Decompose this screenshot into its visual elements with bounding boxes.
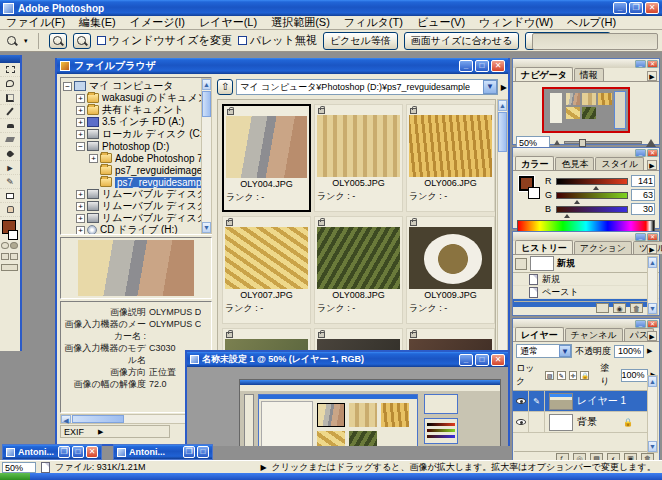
menu-item-1[interactable]: 編集(E) — [79, 15, 116, 30]
menu-item-4[interactable]: 選択範囲(S) — [271, 15, 330, 30]
fb-minimize-button[interactable]: _ — [459, 60, 473, 72]
status-flyout-icon[interactable]: ▶ — [260, 463, 266, 472]
doc-minimize-button[interactable]: _ — [459, 354, 473, 366]
blur-tool-icon[interactable] — [0, 147, 20, 161]
tab-1[interactable]: アクション — [574, 241, 632, 254]
hand-tool-icon[interactable] — [0, 203, 20, 217]
channel-slider[interactable] — [556, 192, 628, 199]
thumbnail-OLY006.JPG[interactable]: OLY006.JPGランク : - — [406, 104, 495, 212]
min2-maximize-button[interactable]: □ — [197, 446, 209, 458]
marquee-tool-icon[interactable] — [0, 63, 20, 77]
channel-value-input[interactable] — [631, 175, 655, 187]
path-dropdown-icon[interactable]: ▼ — [483, 80, 497, 94]
menu-item-7[interactable]: ウィンドウ(W) — [479, 15, 553, 30]
layer-name[interactable]: レイヤー 1 — [577, 394, 626, 408]
channel-slider[interactable] — [556, 178, 628, 185]
doc-maximize-button[interactable]: □ — [475, 354, 489, 366]
nav-close-icon[interactable]: ✕ — [647, 60, 658, 68]
history-scrollbar[interactable]: ▲ ▼ — [647, 256, 658, 315]
doc-close-button[interactable]: ✕ — [491, 354, 505, 366]
lasso-tool-icon[interactable] — [0, 77, 20, 91]
navigator-zoom-slider[interactable] — [564, 141, 642, 144]
active-layer-brush-icon[interactable] — [529, 412, 545, 433]
min1-restore-button[interactable]: ❐ — [58, 446, 70, 458]
thumbnail-rank[interactable]: ランク : - — [226, 191, 307, 203]
thumbnail-rank[interactable]: ランク : - — [317, 302, 400, 314]
thumbnail-rank[interactable]: ランク : - — [409, 302, 492, 314]
lock-all-icon[interactable]: 🔒 — [580, 371, 589, 380]
blend-mode-select[interactable]: 通常 ▼ — [516, 344, 572, 358]
tree-expander-icon[interactable]: + — [76, 94, 85, 103]
navigator-proxy-view[interactable] — [542, 87, 630, 133]
layer-thumbnail[interactable] — [549, 393, 573, 410]
channel-value-input[interactable] — [631, 189, 655, 201]
tree-expander-icon[interactable]: + — [76, 202, 85, 211]
history-item-1[interactable]: ペースト — [513, 286, 659, 299]
zoom-out-small-icon[interactable] — [554, 140, 560, 145]
status-zoom-input[interactable]: 50% — [2, 462, 36, 473]
clone-stamp-tool-icon[interactable] — [0, 119, 20, 133]
color-close-icon[interactable]: ✕ — [647, 149, 658, 157]
tab-1[interactable]: 色見本 — [555, 157, 594, 170]
crop-tool-icon[interactable] — [0, 91, 20, 105]
actual-pixels-button[interactable]: ピクセル等倍 — [323, 32, 398, 50]
zoom-out-button[interactable] — [73, 33, 91, 49]
thumbnail-OLY008.JPG[interactable]: OLY008.JPGランク : - — [314, 216, 403, 324]
tree-item-12[interactable]: +CD ドライブ (H:) — [63, 224, 211, 235]
quick-mask-buttons[interactable] — [0, 240, 20, 251]
tree-item-7[interactable]: ps7_revguideimages — [63, 164, 211, 176]
tab-1[interactable]: 情報 — [574, 68, 604, 81]
tree-expander-icon[interactable]: + — [76, 106, 85, 115]
tree-expander-icon[interactable]: + — [76, 226, 85, 235]
tool-preset-arrow-icon[interactable]: ▾ — [24, 37, 28, 45]
background-swatch[interactable] — [528, 187, 540, 199]
new-document-from-state-icon[interactable] — [596, 303, 609, 313]
visibility-eye-icon[interactable] — [513, 391, 529, 412]
minimize-button[interactable]: _ — [613, 2, 627, 14]
document-titlebar[interactable]: 名称未設定 1 @ 50% (レイヤー 1, RGB) _ □ ✕ — [187, 352, 508, 367]
tree-expander-icon[interactable]: + — [76, 190, 85, 199]
thumbnail-rank[interactable]: ランク : - — [317, 190, 400, 202]
document-canvas[interactable] — [187, 367, 508, 446]
close-button[interactable]: ✕ — [645, 2, 659, 14]
windows-taskbar[interactable] — [0, 473, 662, 480]
thumbnail-OLY004.JPG[interactable]: OLY004.JPGランク : - — [222, 104, 311, 212]
tree-expander-icon[interactable]: + — [76, 214, 85, 223]
min1-close-button[interactable]: ✕ — [86, 446, 98, 458]
menu-item-8[interactable]: ヘルプ(H) — [567, 15, 616, 30]
thumbnail-rank[interactable]: ランク : - — [225, 302, 308, 314]
thumbnail-rank[interactable]: ランク : - — [409, 190, 492, 202]
nav-minimize-icon[interactable]: _ — [635, 60, 646, 68]
layer-row-0[interactable]: ✎レイヤー 1 — [513, 391, 647, 412]
blend-dropdown-icon[interactable]: ▼ — [559, 345, 571, 357]
tree-item-4[interactable]: +ローカル ディスク (C:) — [63, 128, 211, 140]
background-color-swatch[interactable] — [8, 230, 18, 240]
tab-2[interactable]: スタイル — [595, 157, 644, 170]
color-minimize-icon[interactable]: _ — [635, 149, 646, 157]
lock-position-icon[interactable]: ✛ — [569, 371, 578, 380]
thumbnail-OLY009.JPG[interactable]: OLY009.JPGランク : - — [406, 216, 495, 324]
browser-flyout-icon[interactable]: ▶ — [501, 83, 507, 92]
menu-item-5[interactable]: フィルタ(T) — [344, 15, 403, 30]
toolbox-titlebar[interactable] — [0, 55, 20, 63]
layer-row-1[interactable]: 背景🔒 — [513, 412, 647, 433]
tree-item-6[interactable]: +Adobe Photoshop 7.0 — [63, 152, 211, 164]
ignore-palettes-checkbox[interactable]: パレット無視 — [238, 33, 317, 48]
tab-0[interactable]: レイヤー — [515, 327, 564, 341]
tree-scrollbar[interactable]: ▲ ▼ — [201, 78, 212, 234]
visibility-eye-icon[interactable] — [513, 412, 529, 433]
tree-expander-icon[interactable]: + — [89, 154, 98, 163]
minimized-window-2[interactable]: Antoni... ❐ □ — [113, 444, 213, 460]
palette-flyout-icon[interactable]: ▶ — [647, 71, 657, 81]
zoom-in-large-icon[interactable] — [646, 139, 656, 147]
tab-0[interactable]: カラー — [515, 156, 554, 170]
menu-item-6[interactable]: ビュー(V) — [417, 15, 465, 30]
layers-minimize-icon[interactable]: _ — [635, 320, 646, 328]
tree-item-5[interactable]: −Photoshop (D:) — [63, 140, 211, 152]
tab-1[interactable]: チャンネル — [565, 328, 623, 341]
thumbnail-OLY007.JPG[interactable]: OLY007.JPGランク : - — [222, 216, 311, 324]
layer-name[interactable]: 背景 — [577, 415, 597, 429]
fb-maximize-button[interactable]: □ — [475, 60, 489, 72]
menu-item-3[interactable]: レイヤー(L) — [199, 15, 257, 30]
history-item-0[interactable]: 新規 — [513, 273, 659, 286]
